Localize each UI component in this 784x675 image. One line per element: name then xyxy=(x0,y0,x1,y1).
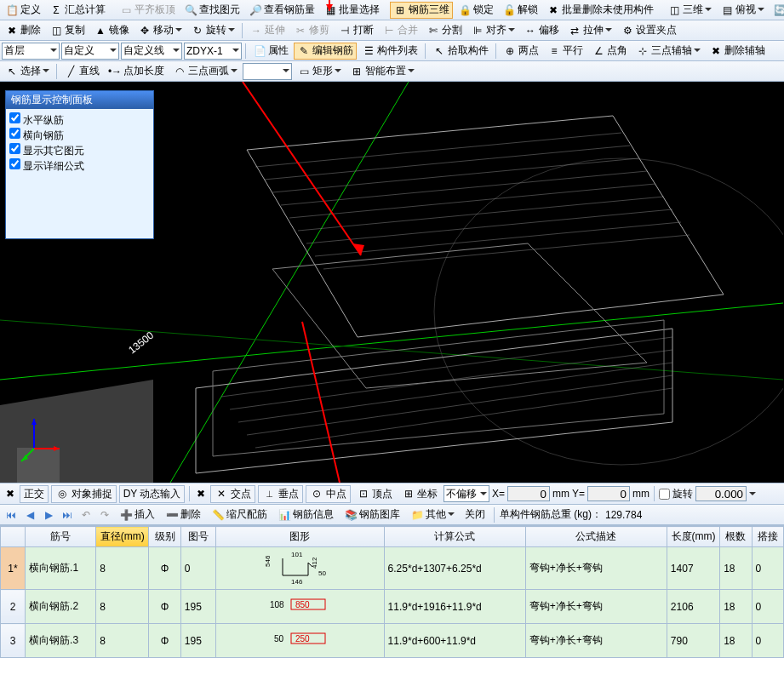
btn-break[interactable]: ⊣打断 xyxy=(335,22,377,39)
btn-ortho[interactable]: 正交 xyxy=(20,485,49,503)
btn-line[interactable]: ╱直线 xyxy=(60,63,103,80)
col-formula[interactable]: 计算公式 xyxy=(384,527,525,547)
cell-desc[interactable]: 弯钩+净长+弯钩 xyxy=(525,624,667,658)
cell-fig[interactable]: 195 xyxy=(180,624,216,658)
nav-next[interactable]: ▶ xyxy=(41,507,56,523)
nav-last[interactable]: ⏭ xyxy=(60,507,75,523)
btn-lock[interactable]: 🔒锁定 xyxy=(455,2,497,19)
btn-split[interactable]: ✄分割 xyxy=(423,22,466,39)
cell-len[interactable]: 1407 xyxy=(667,547,719,590)
btn-2pt[interactable]: ⊕两点 xyxy=(500,43,542,60)
cell-shape[interactable]: 108850 xyxy=(216,590,384,624)
btn-pick[interactable]: ↖拾取构件 xyxy=(429,43,492,60)
btn-extend[interactable]: →延伸 xyxy=(246,22,289,39)
nav-undo[interactable]: ↶ xyxy=(78,507,94,523)
snap-mid[interactable]: ⊙中点 xyxy=(306,485,351,503)
nav-prev[interactable]: ◀ xyxy=(22,507,37,523)
cell-dia[interactable]: 8 xyxy=(96,624,149,658)
btn-view-qty[interactable]: 🔎查看钢筋量 xyxy=(245,2,318,19)
btn-align[interactable]: ⊫对齐 xyxy=(467,22,518,39)
cell-cnt[interactable]: 18 xyxy=(720,590,752,624)
row-index[interactable]: 2 xyxy=(1,590,26,624)
cell-cnt[interactable]: 18 xyxy=(720,624,752,658)
cell-lvl[interactable]: Φ xyxy=(149,624,180,658)
table-row[interactable]: 2横向钢筋.28Φ19510885011.9*d+1916+11.9*d弯钩+净… xyxy=(1,590,784,624)
btn-comp-list[interactable]: ☰构件列表 xyxy=(358,43,421,60)
btn-del-aux[interactable]: ✖删除辅轴 xyxy=(706,43,769,60)
cell-formula[interactable]: 11.9*d+1916+11.9*d xyxy=(384,590,525,624)
btn-flat[interactable]: ▭平齐板顶 xyxy=(116,2,179,19)
cell-desc[interactable]: 弯钩+净长+弯钩 xyxy=(525,590,667,624)
cell-fig[interactable]: 195 xyxy=(180,590,216,624)
btn-define[interactable]: 📋定义 xyxy=(2,2,44,19)
btn-merge[interactable]: ⊢合并 xyxy=(379,22,421,39)
col-desc[interactable]: 公式描述 xyxy=(525,527,667,547)
btn-close[interactable]: 关闭 xyxy=(461,506,489,523)
cell-fig[interactable]: 0 xyxy=(180,547,216,590)
combo-zdyx[interactable] xyxy=(184,43,242,60)
btn-trim[interactable]: ✂修剪 xyxy=(290,22,333,39)
row-index[interactable]: 3 xyxy=(1,624,26,658)
btn-scale[interactable]: 📏缩尺配筋 xyxy=(208,506,271,523)
btn-select[interactable]: ↖选择 xyxy=(2,63,53,80)
combo-custom[interactable] xyxy=(61,43,119,60)
x-input[interactable] xyxy=(507,486,550,501)
btn-ptangle[interactable]: ∠点角 xyxy=(588,43,631,60)
btn-delete-row[interactable]: ➖删除 xyxy=(162,506,204,523)
btn-delete[interactable]: ✖删除 xyxy=(2,22,44,39)
col-cnt[interactable]: 根数 xyxy=(720,527,752,547)
cell-cnt[interactable]: 18 xyxy=(720,547,752,590)
col-lvl[interactable]: 级别 xyxy=(149,527,180,547)
btn-parallel[interactable]: ≡平行 xyxy=(544,43,587,60)
cell-len[interactable]: 2106 xyxy=(667,590,719,624)
btn-batch-del[interactable]: ✖批量删除未使用构件 xyxy=(543,2,657,19)
snap-perp[interactable]: ⟂垂点 xyxy=(258,485,303,503)
btn-edit-rebar[interactable]: ✎编辑钢筋 xyxy=(294,43,357,60)
snap-intersect[interactable]: ✕交点 xyxy=(210,485,255,503)
col-len[interactable]: 长度(mm) xyxy=(667,527,719,547)
btn-top[interactable]: ▤俯视 xyxy=(717,2,768,19)
btn-move[interactable]: ✥移动 xyxy=(134,22,186,39)
btn-dyn[interactable]: 🔄动态 xyxy=(770,2,784,19)
cell-lvl[interactable]: Φ xyxy=(149,547,180,590)
cell-dia[interactable]: 8 xyxy=(96,590,149,624)
cell-lvl[interactable]: Φ xyxy=(149,590,180,624)
nav-first[interactable]: ⏮ xyxy=(3,507,19,523)
cell-lap[interactable]: 0 xyxy=(752,624,783,658)
btn-props[interactable]: 📄属性 xyxy=(249,43,292,60)
btn-other[interactable]: 📁其他 xyxy=(407,506,458,523)
angle-input[interactable] xyxy=(695,486,747,501)
btn-3ptarc[interactable]: ◠三点画弧 xyxy=(169,63,241,80)
btn-3d[interactable]: ◫三维 xyxy=(664,2,715,19)
btn-stretch[interactable]: ⇄拉伸 xyxy=(564,22,615,39)
cell-desc[interactable]: 弯钩+净长+弯钩 xyxy=(525,547,667,590)
btn-mirror[interactable]: ▲镜像 xyxy=(90,22,133,39)
combo-bias[interactable]: 不偏移 xyxy=(444,485,489,502)
col-dia[interactable]: 直径(mm) xyxy=(96,527,149,547)
combo-blank[interactable] xyxy=(243,63,292,80)
btn-ptlen[interactable]: •→点加长度 xyxy=(105,63,168,80)
cell-lap[interactable]: 0 xyxy=(752,547,783,590)
cell-shape[interactable]: 10154641250146 xyxy=(216,547,384,590)
cell-formula[interactable]: 11.9*d+600+11.9*d xyxy=(384,624,525,658)
btn-smart[interactable]: ⊞智能布置 xyxy=(346,63,418,80)
col-lap[interactable]: 搭接 xyxy=(752,527,783,547)
btn-3pt-aux[interactable]: ⊹三点辅轴 xyxy=(632,43,704,60)
chk-rotate[interactable] xyxy=(659,489,670,500)
btn-sum[interactable]: Σ汇总计算 xyxy=(46,2,109,19)
btn-rotate[interactable]: ↻旋转 xyxy=(187,22,238,39)
cell-name[interactable]: 横向钢筋.3 xyxy=(26,624,96,658)
col-idx[interactable] xyxy=(1,527,26,547)
gear2-icon[interactable]: ✖ xyxy=(194,487,208,501)
table-row[interactable]: 1*横向钢筋.18Φ0101546412501466.25*d+1307+6.2… xyxy=(1,547,784,590)
cell-name[interactable]: 横向钢筋.2 xyxy=(26,590,96,624)
nav-redo[interactable]: ↷ xyxy=(97,507,112,523)
col-name[interactable]: 筋号 xyxy=(26,527,96,547)
snap-vertex[interactable]: ⊡顶点 xyxy=(353,485,396,502)
btn-dyninput[interactable]: DY动态输入 xyxy=(119,485,185,503)
cell-dia[interactable]: 8 xyxy=(96,547,149,590)
row-index[interactable]: 1* xyxy=(1,547,26,590)
cell-name[interactable]: 横向钢筋.1 xyxy=(26,547,96,590)
btn-copy[interactable]: ◫复制 xyxy=(46,22,89,39)
cell-lap[interactable]: 0 xyxy=(752,590,783,624)
